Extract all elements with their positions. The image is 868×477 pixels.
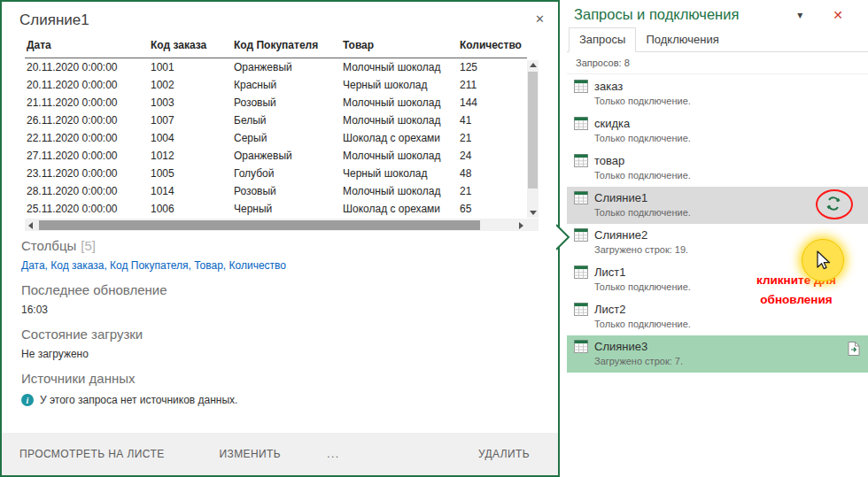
query-status: Только подключение.	[594, 319, 859, 329]
table-cell: 1001	[149, 58, 232, 77]
query-status: Только подключение.	[594, 96, 859, 106]
query-list-item[interactable]: товар Только подключение.	[567, 150, 868, 187]
query-status: Загружено строк: 7.	[594, 356, 859, 366]
info-icon: i	[21, 394, 34, 406]
table-cell: Молочный шоколад	[341, 147, 458, 165]
panel-header: Запросы и подключения ▾ ✕	[567, 0, 868, 26]
table-cell: 144	[458, 94, 527, 112]
table-cell: 26.11.2020 0:00:00	[25, 112, 149, 129]
table-icon	[574, 303, 588, 316]
table-cell: 25.11.2020 0:00:00	[25, 200, 149, 218]
query-name: Лист2	[594, 303, 625, 316]
vertical-scrollbar[interactable]	[527, 60, 539, 218]
chevron-down-icon[interactable]: ▾	[797, 9, 802, 21]
horizontal-scroll-thumb[interactable]	[39, 220, 480, 230]
table-cell: 22.11.2020 0:00:00	[25, 129, 149, 147]
delete-button[interactable]: УДАЛИТЬ	[478, 448, 530, 460]
table-cell: Оранжевый	[232, 58, 341, 77]
table-icon	[574, 340, 588, 353]
table-row: 23.11.2020 0:00:001005ГолубойЧерный шоко…	[25, 165, 527, 182]
table-cell: 1007	[149, 112, 232, 129]
table-cell: Шоколад с орехами	[341, 129, 458, 147]
table-row: 26.11.2020 0:00:001007БелыйМолочный шоко…	[25, 112, 527, 129]
load-status-heading: Состояние загрузки	[21, 327, 540, 342]
last-refresh-value: 16:03	[21, 304, 540, 316]
table-cell: Белый	[232, 112, 341, 129]
scroll-right-icon[interactable]	[519, 222, 523, 229]
column-links: ДатаКод заказаКод ПокупателяТоварКоличес…	[21, 259, 540, 272]
vertical-scroll-thumb[interactable]	[528, 72, 538, 188]
close-icon[interactable]: ✕	[535, 12, 545, 26]
table-cell: 21.11.2020 0:00:00	[25, 94, 149, 112]
table-cell: 211	[458, 76, 527, 94]
table-cell: Серый	[232, 129, 341, 147]
popup-footer: ПРОСМОТРЕТЬ НА ЛИСТЕ ИЗМЕНИТЬ ... УДАЛИТ…	[2, 433, 558, 475]
scroll-left-icon[interactable]	[28, 222, 33, 229]
query-name: Слияние1	[594, 191, 647, 204]
column-header: Дата	[25, 35, 149, 58]
query-name: Слияние3	[594, 340, 647, 353]
table-cell: 1006	[149, 200, 232, 218]
edit-button[interactable]: ИЗМЕНИТЬ	[220, 448, 282, 460]
scroll-up-icon[interactable]	[530, 63, 537, 67]
queries-connections-panel: Запросы и подключения ▾ ✕ Запросы Подклю…	[567, 0, 868, 477]
table-icon	[574, 191, 588, 204]
table-icon	[574, 117, 588, 130]
query-list: заказ Только подключение. скидка Только …	[567, 75, 868, 373]
table-cell: Черный шоколад	[341, 165, 458, 182]
table-cell: 23.11.2020 0:00:00	[25, 165, 149, 182]
table-cell: 21	[458, 129, 527, 147]
data-sources-heading: Источники данных	[21, 371, 540, 386]
column-link[interactable]: Товар	[194, 259, 229, 272]
table-cell: 20.11.2020 0:00:00	[25, 58, 149, 77]
load-status-value: Не загружено	[21, 348, 540, 360]
query-list-item-selected[interactable]: Слияние1 Только подключение.	[567, 187, 868, 224]
query-name: Лист1	[594, 265, 625, 279]
query-name: скидка	[594, 117, 630, 130]
scrollbar-corner	[527, 219, 539, 231]
column-header: Количество	[458, 35, 527, 58]
preview-table: Дата Код заказа Код Покупателя Товар Кол…	[25, 35, 527, 218]
view-on-sheet-button[interactable]: ПРОСМОТРЕТЬ НА ЛИСТЕ	[19, 448, 165, 460]
column-link[interactable]: Дата	[21, 259, 50, 272]
table-cell: Красный	[232, 76, 341, 94]
table-cell: 1003	[149, 94, 232, 112]
query-list-item-loaded[interactable]: Слияние3 Загружено строк: 7.	[567, 335, 868, 373]
horizontal-scrollbar[interactable]	[25, 219, 527, 231]
table-cell: Розовый	[232, 94, 341, 112]
query-list-item[interactable]: скидка Только подключение.	[567, 112, 868, 150]
more-options-button[interactable]: ...	[327, 448, 340, 460]
scroll-down-icon[interactable]	[530, 211, 537, 215]
table-cell: 28.11.2020 0:00:00	[25, 182, 149, 200]
tab-queries[interactable]: Запросы	[569, 27, 636, 52]
cursor-annotation	[802, 239, 844, 281]
close-icon[interactable]: ✕	[833, 8, 843, 22]
popup-callout-arrow	[556, 224, 571, 254]
table-cell: Оранжевый	[232, 147, 341, 165]
columns-label: Столбцы	[21, 238, 76, 253]
tab-connections[interactable]: Подключения	[636, 28, 728, 51]
table-header-row: Дата Код заказа Код Покупателя Товар Кол…	[25, 35, 527, 58]
table-cell: 48	[458, 165, 527, 182]
query-status: Только подключение.	[594, 133, 859, 143]
column-link[interactable]: Код Покупателя	[110, 259, 194, 272]
popup-title: Слияние1	[2, 2, 558, 34]
worksheet-file-icon[interactable]	[848, 342, 860, 356]
query-list-item[interactable]: заказ Только подключение.	[567, 75, 868, 112]
last-refresh-heading: Последнее обновление	[21, 282, 540, 297]
column-header: Товар	[341, 35, 458, 58]
refresh-highlight-ellipse	[816, 189, 853, 219]
table-cell: Молочный шоколад	[341, 182, 458, 200]
query-name: заказ	[594, 80, 623, 93]
annotation-text: кликните для обновления	[729, 271, 864, 311]
column-link[interactable]: Количество	[229, 259, 286, 272]
refresh-icon[interactable]	[825, 196, 841, 212]
table-cell: 20.11.2020 0:00:00	[25, 76, 149, 94]
table-cell: Голубой	[232, 165, 341, 182]
table-row: 25.11.2020 0:00:001006ЧерныйШоколад с ор…	[25, 200, 527, 218]
column-link[interactable]: Код заказа	[50, 259, 110, 272]
table-cell: 125	[458, 58, 527, 77]
query-peek-popup: Слияние1 ✕ Дата Код заказа Код Покупател…	[0, 0, 560, 477]
table-icon	[574, 80, 588, 93]
panel-tabs: Запросы Подключения	[567, 26, 868, 52]
